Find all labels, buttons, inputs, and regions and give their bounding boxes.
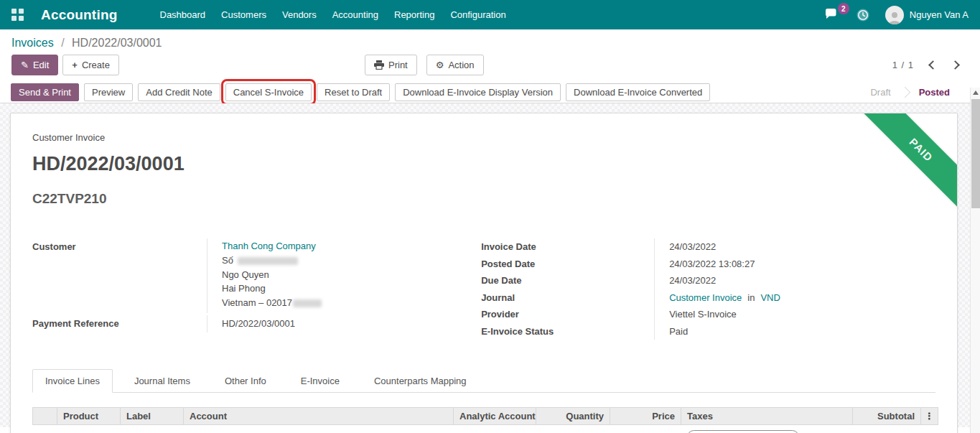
user-name: Nguyen Van A	[910, 9, 969, 20]
pencil-icon: ✎	[21, 60, 29, 70]
invoice-number: HD/2022/03/0001	[32, 153, 935, 175]
invoice-type-label: Customer Invoice	[32, 132, 935, 143]
invoice-details: Customer Thanh Cong Company Số Ngo Quyen…	[32, 238, 935, 340]
top-navbar: Accounting Dashboard Customers Vendors A…	[0, 0, 980, 29]
main-menu: Dashboard Customers Vendors Accounting R…	[152, 0, 514, 29]
col-product[interactable]: Product	[57, 408, 121, 425]
journal-link[interactable]: Customer Invoice	[669, 292, 742, 303]
breadcrumb-separator: /	[61, 37, 64, 49]
col-quantity[interactable]: Quantity	[536, 408, 610, 425]
menu-accounting[interactable]: Accounting	[325, 0, 386, 29]
app-name[interactable]: Accounting	[41, 7, 118, 23]
payment-reference-label: Payment Reference	[32, 315, 207, 332]
col-taxes[interactable]: Taxes	[681, 408, 853, 425]
einvoice-status-value: Paid	[654, 323, 935, 340]
breadcrumb-invoices-link[interactable]: Invoices	[11, 37, 54, 49]
provider-field: Provider Viettel S-Invoice	[481, 306, 935, 323]
due-date-value: 24/03/2022	[654, 272, 935, 289]
cell-quantity[interactable]: 1.00	[536, 425, 610, 433]
activity-clock-icon[interactable]	[856, 8, 870, 22]
posted-date-field: Posted Date 24/03/2022 13:08:27	[481, 256, 935, 273]
invoice-line-row[interactable]: Product A Product A 5111 Revenue from sa…	[33, 425, 938, 433]
cancel-s-invoice-button[interactable]: Cancel S-Invoice	[225, 83, 312, 101]
menu-vendors[interactable]: Vendors	[274, 0, 325, 29]
cell-subtotal: 1,000,000 đ	[853, 425, 921, 433]
action-button[interactable]: ⚙ Action	[426, 55, 484, 75]
pager-previous-icon[interactable]	[928, 60, 938, 70]
due-date-field: Due Date 24/03/2022	[481, 272, 935, 289]
menu-dashboard[interactable]: Dashboard	[152, 0, 214, 29]
redacted-text	[238, 257, 298, 265]
menu-configuration[interactable]: Configuration	[442, 0, 513, 29]
user-menu[interactable]: Nguyen Van A	[885, 6, 969, 24]
tab-other-info[interactable]: Other Info	[212, 369, 279, 393]
reset-to-draft-button[interactable]: Reset to Draft	[317, 83, 390, 101]
download-einvoice-converted-button[interactable]: Download E-Invoice Converted	[566, 83, 710, 101]
state-draft[interactable]: Draft	[863, 87, 897, 98]
pager-next-icon[interactable]	[951, 60, 960, 70]
download-einvoice-display-button[interactable]: Download E-Invoice Display Version	[395, 83, 561, 101]
invoice-reference: C22TVP210	[32, 191, 935, 207]
print-button[interactable]: Print	[365, 55, 417, 75]
avatar	[885, 6, 904, 24]
add-credit-note-button[interactable]: Add Credit Note	[138, 83, 220, 101]
payment-reference-value: HD/2022/03/0001	[207, 315, 470, 332]
state-posted[interactable]: Posted	[912, 87, 957, 98]
tab-invoice-lines[interactable]: Invoice Lines	[32, 369, 113, 393]
breadcrumb: Invoices / HD/2022/03/0001	[0, 29, 980, 51]
messages-badge: 2	[838, 3, 849, 14]
toolbar: ✎ Edit + Create Print ⚙ Action 1 / 1	[0, 51, 980, 81]
posted-date-value: 24/03/2022 13:08:27	[654, 256, 935, 273]
col-subtotal[interactable]: Subtotal	[853, 408, 921, 425]
messages-icon[interactable]: 2	[825, 9, 841, 21]
cell-taxes[interactable]: Value Added Tax (VAT) 10%	[681, 425, 853, 433]
invoice-form-card: PAID Customer Invoice HD/2022/03/0001 C2…	[10, 113, 958, 433]
col-account[interactable]: Account	[184, 408, 454, 425]
tab-journal-items[interactable]: Journal Items	[121, 369, 203, 393]
create-button[interactable]: + Create	[62, 55, 119, 75]
breadcrumb-current: HD/2022/03/0001	[72, 37, 162, 49]
customer-address-line-1: Số	[222, 253, 470, 268]
statusbar: Send & Print Preview Add Credit Note Can…	[0, 81, 980, 103]
gear-icon: ⚙	[436, 60, 444, 70]
tab-counterparts-mapping[interactable]: Counterparts Mapping	[361, 369, 480, 393]
state-widget: Draft Posted	[863, 87, 957, 98]
cell-product[interactable]: Product A	[57, 425, 121, 433]
preview-button[interactable]: Preview	[84, 83, 133, 101]
content-area: PAID Customer Invoice HD/2022/03/0001 C2…	[0, 103, 980, 427]
optional-columns-icon[interactable]: ⋮	[921, 408, 938, 425]
einvoice-status-field: E-Invoice Status Paid	[481, 323, 935, 340]
currency-link[interactable]: VND	[760, 292, 780, 303]
printer-icon	[374, 60, 384, 70]
col-price[interactable]: Price	[610, 408, 681, 425]
scroll-up-arrow-icon[interactable]	[973, 90, 979, 95]
cell-price[interactable]: 1,000,000.00	[610, 425, 681, 433]
customer-address-line-4: Vietnam – 02017	[222, 296, 470, 310]
provider-value: Viettel S-Invoice	[654, 306, 935, 323]
apps-grid-icon[interactable]	[11, 9, 24, 21]
vertical-scrollbar[interactable]	[970, 88, 980, 433]
customer-field: Customer Thanh Cong Company Số Ngo Quyen…	[32, 238, 470, 313]
tax-pill[interactable]: Value Added Tax (VAT) 10%	[687, 430, 800, 433]
customer-address-line-3: Hai Phong	[222, 281, 470, 296]
state-arrow-separator	[899, 86, 910, 98]
col-label[interactable]: Label	[121, 408, 184, 425]
cell-analytic[interactable]	[454, 425, 536, 433]
send-print-button[interactable]: Send & Print	[11, 83, 79, 101]
plus-icon: +	[72, 60, 78, 70]
cell-label[interactable]: Product A	[121, 425, 184, 433]
customer-address-line-2: Ngo Quyen	[222, 268, 470, 282]
pager-counter: 1 / 1	[892, 60, 914, 70]
tab-e-invoice[interactable]: E-Invoice	[288, 369, 353, 393]
redacted-text	[293, 299, 322, 307]
scrollbar-thumb[interactable]	[971, 99, 980, 208]
handle-column-header	[33, 408, 57, 425]
journal-field: Journal Customer InvoiceinVND	[481, 289, 935, 307]
edit-button[interactable]: ✎ Edit	[11, 55, 58, 75]
menu-reporting[interactable]: Reporting	[386, 0, 442, 29]
menu-customers[interactable]: Customers	[213, 0, 274, 29]
col-analytic-account[interactable]: Analytic Account	[454, 408, 536, 425]
invoice-lines-table: Product Label Account Analytic Account Q…	[32, 407, 938, 433]
cell-account[interactable]: 5111 Revenue from sales of merchandises	[184, 425, 454, 433]
customer-name-link[interactable]: Thanh Cong Company	[222, 241, 316, 251]
